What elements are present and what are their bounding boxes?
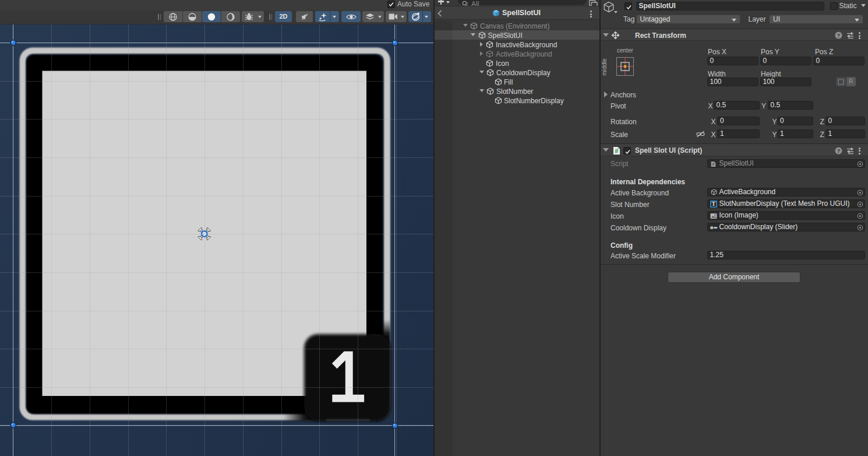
svg-text:?: ?: [837, 148, 841, 153]
svg-text:#: #: [712, 162, 714, 166]
svg-text:#: #: [615, 147, 618, 154]
svg-text:?: ?: [837, 33, 841, 38]
svg-text:T: T: [711, 201, 715, 207]
